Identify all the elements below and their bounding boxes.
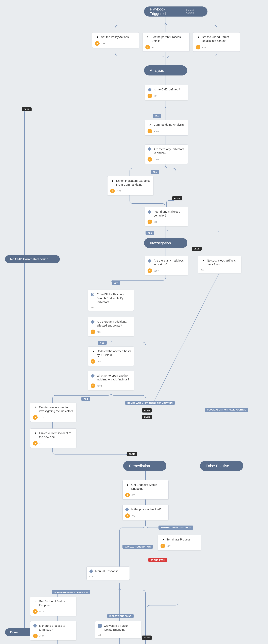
arrow-icon xyxy=(110,179,114,183)
task-93[interactable]: Are there any additional affected endpoi… xyxy=(88,317,134,336)
book-icon xyxy=(98,624,102,628)
bolt-icon xyxy=(145,45,150,50)
automated-badge: AUTOMATED REMEDIATION xyxy=(159,526,193,530)
bolt-icon xyxy=(33,609,38,614)
task-106[interactable]: Linked current incident to the new one#1… xyxy=(30,428,76,448)
yes-badge: YES xyxy=(153,114,161,118)
task-title: Updated the affected hosts by IOC field xyxy=(97,349,131,357)
task-id: #77 xyxy=(167,545,171,547)
task-98[interactable]: Set the Policy Actions#98 xyxy=(92,32,139,48)
diamond-icon xyxy=(91,320,95,324)
else-badge: ELSE xyxy=(22,107,32,111)
yes-badge: YES xyxy=(112,281,120,285)
else-badge: ELSE xyxy=(142,408,152,412)
section-false-positive[interactable]: False Positive xyxy=(200,461,243,471)
task-title: Enrich Indicators Extracted From Command… xyxy=(116,179,151,187)
task-title: Whether to open another incident to trac… xyxy=(97,374,131,382)
task-id: #78 xyxy=(131,514,135,517)
task-title: Is there a process to terminate? xyxy=(39,624,74,632)
task-104[interactable]: Get Endpoint Status Endpoint#104 xyxy=(30,597,76,616)
task-id: #83 xyxy=(98,634,101,636)
task-title: Manual Response xyxy=(95,569,127,573)
task-id: #93 xyxy=(97,331,101,333)
task-39[interactable]: Found any malicious behavior?#39 xyxy=(145,207,188,226)
diamond-icon xyxy=(125,508,129,512)
task-95[interactable]: Updated the affected hosts by IOC field#… xyxy=(88,346,134,366)
section-title: False Positive xyxy=(206,464,229,468)
task-title: Get Endpoint Status Endpoint xyxy=(131,483,166,491)
section-analysis[interactable]: Analysis xyxy=(144,66,187,76)
task-id: #100 xyxy=(154,130,159,132)
book-icon xyxy=(91,292,95,296)
task-101[interactable]: Enrich Indicators Extracted From Command… xyxy=(107,176,154,196)
task-title: Are there any malicious indicators? xyxy=(154,259,185,266)
section-title: Investigation xyxy=(150,241,171,245)
task-id: #108 xyxy=(97,384,102,387)
yes-badge: YES xyxy=(151,170,159,174)
bolt-icon xyxy=(125,514,130,518)
task-77[interactable]: Terminate Process#77 xyxy=(158,535,201,550)
bolt-icon xyxy=(95,41,100,46)
arrow-icon xyxy=(91,349,95,353)
error-path-badge: ERROR PATH xyxy=(149,558,167,562)
diamond-icon xyxy=(33,624,37,628)
arrow-icon xyxy=(95,35,99,39)
task-id: #100 xyxy=(154,158,159,160)
task-100b[interactable]: Are there any Indicators to enrich?#100 xyxy=(145,144,188,164)
task-61[interactable]: Is the CMD defined?#61 xyxy=(145,85,188,100)
task-80[interactable]: Get Endpoint Status Endpoint#80 xyxy=(122,480,169,500)
task-title: Crowdstrike Falcon - Isolate Endpoint xyxy=(104,624,139,632)
bolt-icon xyxy=(91,359,95,364)
task-title: Set the Grand Parent Details into contex… xyxy=(202,35,237,43)
bolt-icon xyxy=(125,493,130,497)
task-title: Set the Policy Actions xyxy=(101,35,136,39)
isolate-badge: ISOLATE ENDPOINT xyxy=(107,614,133,618)
task-94[interactable]: CrowdStrike Falcon - Search Endpoints By… xyxy=(88,290,134,311)
io-label[interactable]: Inputs / Outputs xyxy=(186,9,202,14)
playbook-canvas: Playbook Triggered Inputs / Outputs Anal… xyxy=(0,0,268,644)
arrow-icon xyxy=(161,538,165,542)
task-100[interactable]: CommandLine Analysis#100 xyxy=(145,120,188,136)
task-91[interactable]: No suspicious artifacts were found#91 xyxy=(198,256,241,273)
task-108[interactable]: Whether to open another incident to trac… xyxy=(88,371,134,390)
task-id: #79 xyxy=(89,575,93,578)
task-title: Found any malicious behavior? xyxy=(154,210,185,218)
task-id: #96 xyxy=(202,46,206,48)
bolt-icon xyxy=(148,268,152,273)
section-playbook-triggered[interactable]: Playbook Triggered Inputs / Outputs xyxy=(144,6,207,16)
task-title: CrowdStrike Falcon - Search Endpoints By… xyxy=(97,292,131,304)
section-remediation[interactable]: Remediation xyxy=(123,461,166,471)
diamond-icon xyxy=(148,147,152,151)
task-105[interactable]: Is there a process to terminate?#105 xyxy=(30,621,76,640)
else-badge: ELSE xyxy=(172,196,182,200)
task-96[interactable]: Set the Grand Parent Details into contex… xyxy=(193,32,240,52)
task-title: CommandLine Analysis xyxy=(154,123,185,127)
task-title: Are there any Indicators to enrich? xyxy=(154,147,185,155)
bolt-icon xyxy=(148,94,152,98)
task-78[interactable]: Is the process blocked?#78 xyxy=(122,505,169,520)
task-id: #101 xyxy=(116,190,121,192)
manual-badge: MANUAL REMEDIATION xyxy=(122,545,153,549)
task-id: #97 xyxy=(152,46,155,48)
section-no-cmd[interactable]: No CMD Parameters found xyxy=(5,255,60,263)
task-102[interactable]: Create new incident for investigating th… xyxy=(30,402,76,422)
bolt-icon xyxy=(196,45,200,50)
task-79[interactable]: Manual Response#79 xyxy=(86,566,130,580)
task-id: #107 xyxy=(154,270,159,272)
diamond-icon xyxy=(89,569,93,573)
task-83[interactable]: Crowdstrike Falcon - Isolate Endpoint#83 xyxy=(95,621,141,638)
task-97[interactable]: Set the parent Process Details#97 xyxy=(143,32,189,52)
task-id: #102 xyxy=(39,416,44,419)
else-badge: ELSE xyxy=(142,415,152,419)
task-id: #80 xyxy=(131,494,135,496)
task-id: #104 xyxy=(39,610,44,613)
bolt-icon xyxy=(148,157,152,162)
task-id: #61 xyxy=(154,95,158,97)
bolt-icon xyxy=(33,441,38,446)
task-107[interactable]: Are there any malicious indicators?#107 xyxy=(145,256,188,275)
bolt-icon xyxy=(33,634,38,638)
section-investigation[interactable]: Investigation xyxy=(144,238,187,248)
yes-badge: YES xyxy=(81,397,90,401)
arrow-icon xyxy=(33,600,37,604)
arrow-icon xyxy=(196,35,200,39)
